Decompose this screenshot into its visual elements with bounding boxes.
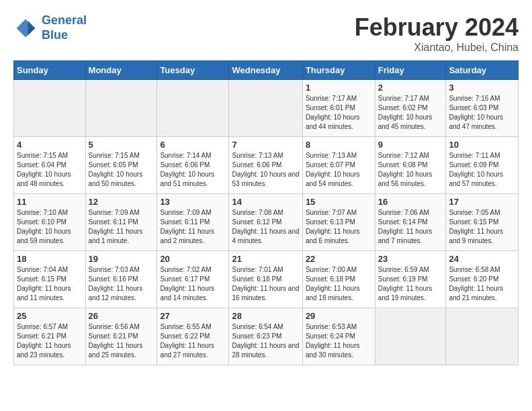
day-number: 3: [449, 83, 515, 93]
day-info: Sunrise: 6:53 AM Sunset: 6:24 PM Dayligh…: [306, 322, 372, 360]
day-info: Sunrise: 7:00 AM Sunset: 6:18 PM Dayligh…: [306, 265, 372, 303]
day-info: Sunrise: 6:54 AM Sunset: 6:23 PM Dayligh…: [232, 322, 299, 360]
day-info: Sunrise: 7:16 AM Sunset: 6:03 PM Dayligh…: [449, 94, 515, 132]
day-info: Sunrise: 7:02 AM Sunset: 6:17 PM Dayligh…: [160, 265, 226, 303]
calendar-cell: 14Sunrise: 7:08 AM Sunset: 6:12 PM Dayli…: [229, 194, 302, 251]
day-number: 20: [160, 254, 226, 264]
calendar-cell: 23Sunrise: 6:59 AM Sunset: 6:19 PM Dayli…: [375, 251, 446, 308]
calendar-cell: 27Sunrise: 6:55 AM Sunset: 6:22 PM Dayli…: [157, 308, 229, 365]
calendar-cell: 18Sunrise: 7:04 AM Sunset: 6:15 PM Dayli…: [14, 251, 86, 308]
weekday-header-monday: Monday: [85, 61, 157, 80]
calendar-cell: 29Sunrise: 6:53 AM Sunset: 6:24 PM Dayli…: [302, 308, 375, 365]
week-row-4: 18Sunrise: 7:04 AM Sunset: 6:15 PM Dayli…: [14, 251, 519, 308]
day-info: Sunrise: 7:08 AM Sunset: 6:12 PM Dayligh…: [232, 208, 299, 246]
day-number: 7: [232, 140, 299, 150]
calendar-cell: 25Sunrise: 6:57 AM Sunset: 6:21 PM Dayli…: [14, 308, 86, 365]
title-block: February 2024 Xiantao, Hubei, China: [355, 13, 519, 54]
day-info: Sunrise: 7:09 AM Sunset: 6:11 PM Dayligh…: [89, 208, 154, 246]
day-number: 5: [89, 140, 154, 150]
day-number: 15: [306, 197, 372, 207]
calendar-cell: 13Sunrise: 7:09 AM Sunset: 6:11 PM Dayli…: [157, 194, 229, 251]
day-number: 24: [449, 254, 515, 264]
logo-line1: General: [42, 13, 87, 27]
day-number: 17: [449, 197, 515, 207]
day-number: 16: [378, 197, 443, 207]
day-info: Sunrise: 7:11 AM Sunset: 6:09 PM Dayligh…: [449, 151, 515, 189]
week-row-2: 4Sunrise: 7:15 AM Sunset: 6:04 PM Daylig…: [14, 137, 519, 194]
calendar-cell: 16Sunrise: 7:06 AM Sunset: 6:14 PM Dayli…: [375, 194, 446, 251]
calendar-cell: 6Sunrise: 7:14 AM Sunset: 6:06 PM Daylig…: [157, 137, 229, 194]
week-row-3: 11Sunrise: 7:10 AM Sunset: 6:10 PM Dayli…: [14, 194, 519, 251]
day-number: 8: [306, 140, 372, 150]
day-number: 26: [89, 311, 154, 321]
day-number: 27: [160, 311, 226, 321]
calendar-cell: [446, 308, 519, 365]
day-number: 10: [449, 140, 515, 150]
month-title: February 2024: [355, 13, 519, 42]
calendar-cell: 10Sunrise: 7:11 AM Sunset: 6:09 PM Dayli…: [446, 137, 519, 194]
day-info: Sunrise: 7:01 AM Sunset: 6:18 PM Dayligh…: [232, 265, 299, 303]
week-row-5: 25Sunrise: 6:57 AM Sunset: 6:21 PM Dayli…: [14, 308, 519, 365]
day-info: Sunrise: 7:09 AM Sunset: 6:11 PM Dayligh…: [160, 208, 226, 246]
calendar-cell: [85, 80, 157, 137]
day-info: Sunrise: 6:57 AM Sunset: 6:21 PM Dayligh…: [17, 322, 83, 360]
calendar-cell: 24Sunrise: 6:58 AM Sunset: 6:20 PM Dayli…: [446, 251, 519, 308]
day-info: Sunrise: 7:03 AM Sunset: 6:16 PM Dayligh…: [89, 265, 154, 303]
calendar-cell: 2Sunrise: 7:17 AM Sunset: 6:02 PM Daylig…: [375, 80, 446, 137]
day-info: Sunrise: 6:59 AM Sunset: 6:19 PM Dayligh…: [378, 265, 443, 303]
day-number: 1: [306, 83, 372, 93]
calendar-cell: 7Sunrise: 7:13 AM Sunset: 6:06 PM Daylig…: [229, 137, 302, 194]
day-info: Sunrise: 7:15 AM Sunset: 6:05 PM Dayligh…: [89, 151, 154, 189]
calendar-cell: 20Sunrise: 7:02 AM Sunset: 6:17 PM Dayli…: [157, 251, 229, 308]
day-number: 14: [232, 197, 299, 207]
logo-icon: [13, 16, 38, 40]
day-number: 12: [89, 197, 154, 207]
calendar-cell: 4Sunrise: 7:15 AM Sunset: 6:04 PM Daylig…: [14, 137, 86, 194]
day-info: Sunrise: 7:10 AM Sunset: 6:10 PM Dayligh…: [17, 208, 83, 246]
day-info: Sunrise: 7:13 AM Sunset: 6:07 PM Dayligh…: [306, 151, 372, 189]
logo-line2: Blue: [42, 28, 68, 42]
calendar-cell: 17Sunrise: 7:05 AM Sunset: 6:15 PM Dayli…: [446, 194, 519, 251]
calendar-cell: [375, 308, 446, 365]
calendar-cell: 15Sunrise: 7:07 AM Sunset: 6:13 PM Dayli…: [302, 194, 375, 251]
calendar-cell: 21Sunrise: 7:01 AM Sunset: 6:18 PM Dayli…: [229, 251, 302, 308]
day-info: Sunrise: 6:55 AM Sunset: 6:22 PM Dayligh…: [160, 322, 226, 360]
day-info: Sunrise: 7:17 AM Sunset: 6:01 PM Dayligh…: [306, 94, 372, 132]
day-number: 2: [378, 83, 443, 93]
calendar-cell: 9Sunrise: 7:12 AM Sunset: 6:08 PM Daylig…: [375, 137, 446, 194]
calendar-cell: 1Sunrise: 7:17 AM Sunset: 6:01 PM Daylig…: [302, 80, 375, 137]
day-number: 4: [17, 140, 83, 150]
calendar-cell: 8Sunrise: 7:13 AM Sunset: 6:07 PM Daylig…: [302, 137, 375, 194]
day-info: Sunrise: 7:07 AM Sunset: 6:13 PM Dayligh…: [306, 208, 372, 246]
calendar-cell: 5Sunrise: 7:15 AM Sunset: 6:05 PM Daylig…: [85, 137, 157, 194]
calendar-cell: 11Sunrise: 7:10 AM Sunset: 6:10 PM Dayli…: [14, 194, 86, 251]
day-info: Sunrise: 7:05 AM Sunset: 6:15 PM Dayligh…: [449, 208, 515, 246]
day-number: 11: [17, 197, 83, 207]
calendar-cell: 3Sunrise: 7:16 AM Sunset: 6:03 PM Daylig…: [446, 80, 519, 137]
calendar-cell: 22Sunrise: 7:00 AM Sunset: 6:18 PM Dayli…: [302, 251, 375, 308]
day-info: Sunrise: 6:56 AM Sunset: 6:21 PM Dayligh…: [89, 322, 154, 360]
weekday-header-friday: Friday: [375, 61, 446, 80]
day-number: 22: [306, 254, 372, 264]
day-number: 21: [232, 254, 299, 264]
day-number: 28: [232, 311, 299, 321]
calendar-cell: 12Sunrise: 7:09 AM Sunset: 6:11 PM Dayli…: [85, 194, 157, 251]
calendar-cell: [157, 80, 229, 137]
day-info: Sunrise: 7:13 AM Sunset: 6:06 PM Dayligh…: [232, 151, 299, 189]
weekday-header-thursday: Thursday: [302, 61, 375, 80]
day-number: 6: [160, 140, 226, 150]
page-header: General Blue February 2024 Xiantao, Hube…: [13, 13, 519, 54]
weekday-header-wednesday: Wednesday: [229, 61, 302, 80]
location: Xiantao, Hubei, China: [355, 42, 519, 54]
day-number: 13: [160, 197, 226, 207]
day-number: 9: [378, 140, 443, 150]
calendar-cell: [14, 80, 86, 137]
calendar-cell: 26Sunrise: 6:56 AM Sunset: 6:21 PM Dayli…: [85, 308, 157, 365]
day-number: 29: [306, 311, 372, 321]
calendar-cell: [229, 80, 302, 137]
day-info: Sunrise: 7:17 AM Sunset: 6:02 PM Dayligh…: [378, 94, 443, 132]
calendar-table: SundayMondayTuesdayWednesdayThursdayFrid…: [13, 60, 519, 365]
weekday-header-saturday: Saturday: [446, 61, 519, 80]
svg-marker-1: [28, 21, 36, 36]
day-number: 18: [17, 254, 83, 264]
